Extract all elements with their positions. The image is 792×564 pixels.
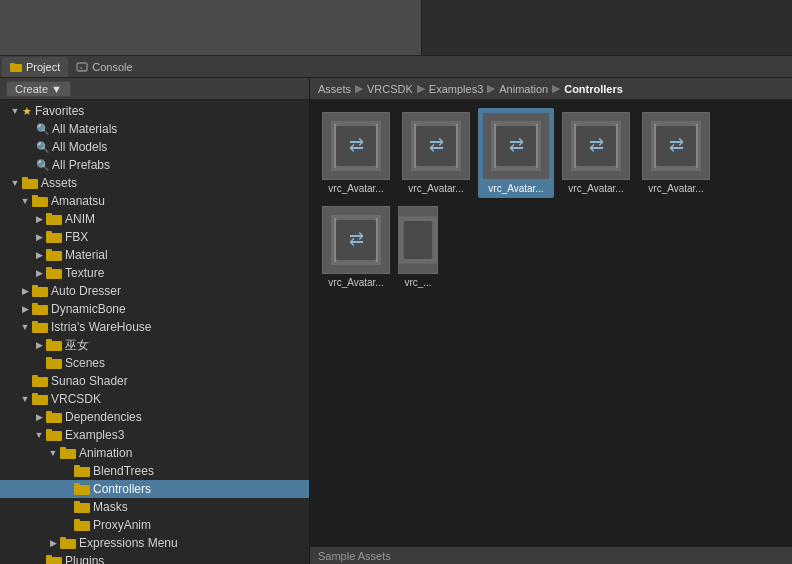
scenes-label: Scenes bbox=[65, 356, 105, 370]
svg-rect-35 bbox=[60, 447, 66, 451]
file-label-4: vrc_Avatar... bbox=[558, 183, 634, 194]
breadcrumb-assets[interactable]: Assets bbox=[318, 83, 351, 95]
file-label-2: vrc_Avatar... bbox=[398, 183, 474, 194]
svg-rect-80 bbox=[334, 218, 336, 262]
svg-rect-60 bbox=[414, 124, 416, 168]
svg-rect-76 bbox=[696, 124, 698, 168]
file-item-1[interactable]: ⇄ vrc_Avatar... bbox=[318, 108, 394, 198]
dynamicbone-folder-icon bbox=[32, 302, 48, 316]
scene-view bbox=[0, 0, 422, 55]
dynamicbone-label: DynamicBone bbox=[51, 302, 126, 316]
svg-rect-9 bbox=[46, 213, 52, 217]
breadcrumb-animation[interactable]: Animation bbox=[499, 83, 548, 95]
tab-project[interactable]: Project bbox=[2, 57, 68, 77]
fbx-item[interactable]: ▶ FBX bbox=[0, 228, 309, 246]
all-models-item[interactable]: 🔍 All Models bbox=[0, 138, 309, 156]
svg-rect-27 bbox=[32, 375, 38, 379]
file-item-2[interactable]: ⇄ vrc_Avatar... bbox=[398, 108, 474, 198]
controllers-label: Controllers bbox=[93, 482, 151, 496]
svg-rect-25 bbox=[46, 357, 52, 361]
sep2: ▶ bbox=[417, 82, 425, 95]
tab-console-label: Console bbox=[92, 61, 132, 73]
svg-rect-17 bbox=[32, 285, 38, 289]
svg-rect-39 bbox=[74, 483, 80, 487]
svg-rect-15 bbox=[46, 267, 52, 271]
file-item-4[interactable]: ⇄ vrc_Avatar... bbox=[558, 108, 634, 198]
file-thumb-4: ⇄ bbox=[562, 112, 630, 180]
texture-item[interactable]: ▶ Texture bbox=[0, 264, 309, 282]
favorites-header[interactable]: ▼ ★ Favorites bbox=[0, 102, 309, 120]
create-arrow: ▼ bbox=[51, 83, 62, 95]
svg-rect-23 bbox=[46, 339, 52, 343]
all-materials-item[interactable]: 🔍 All Materials bbox=[0, 120, 309, 138]
svg-text:⇄: ⇄ bbox=[429, 135, 444, 155]
tab-console[interactable]: >_ Console bbox=[68, 57, 140, 77]
svg-rect-66 bbox=[536, 124, 538, 168]
project-tree: ▼ ★ Favorites 🔍 All Materials 🔍 All Mode… bbox=[0, 100, 309, 564]
breadcrumb-controllers[interactable]: Controllers bbox=[564, 83, 623, 95]
miko-label: 巫女 bbox=[65, 337, 89, 354]
expressions-menu-item[interactable]: ▶ Expressions Menu bbox=[0, 534, 309, 552]
svg-text:>_: >_ bbox=[79, 65, 87, 71]
breadcrumb-examples3[interactable]: Examples3 bbox=[429, 83, 483, 95]
svg-text:⇄: ⇄ bbox=[509, 135, 524, 155]
plugins-folder-icon bbox=[46, 554, 62, 564]
animation-item[interactable]: ▼ Animation bbox=[0, 444, 309, 462]
svg-rect-70 bbox=[574, 124, 576, 168]
svg-rect-75 bbox=[654, 124, 656, 168]
amanatsu-item[interactable]: ▼ Amanatsu bbox=[0, 192, 309, 210]
auto-dresser-item[interactable]: ▶ Auto Dresser bbox=[0, 282, 309, 300]
main-content: Create ▼ ▼ ★ Favorites 🔍 All Materials bbox=[0, 78, 792, 564]
breadcrumb: Assets ▶ VRCSDK ▶ Examples3 ▶ Animation … bbox=[310, 78, 792, 100]
svg-rect-7 bbox=[32, 195, 38, 199]
favorites-label: Favorites bbox=[35, 104, 84, 118]
blendtrees-item[interactable]: BlendTrees bbox=[0, 462, 309, 480]
istrias-label: Istria's WareHouse bbox=[51, 320, 152, 334]
dependencies-folder-icon bbox=[46, 410, 62, 424]
file-label-6: vrc_Avatar... bbox=[318, 277, 394, 288]
file-label-5: vrc_Avatar... bbox=[638, 183, 714, 194]
scenes-item[interactable]: Scenes bbox=[0, 354, 309, 372]
svg-rect-37 bbox=[74, 465, 80, 469]
auto-dresser-label: Auto Dresser bbox=[51, 284, 121, 298]
svg-rect-81 bbox=[376, 218, 378, 262]
plugins-item[interactable]: Plugins bbox=[0, 552, 309, 564]
sep3: ▶ bbox=[487, 82, 495, 95]
breadcrumb-vrcsdk[interactable]: VRCSDK bbox=[367, 83, 413, 95]
assets-root[interactable]: ▼ Assets bbox=[0, 174, 309, 192]
search-icon-prefabs: 🔍 bbox=[36, 159, 50, 172]
proxyanim-item[interactable]: ProxyAnim bbox=[0, 516, 309, 534]
dynamicbone-item[interactable]: ▶ DynamicBone bbox=[0, 300, 309, 318]
material-item[interactable]: ▶ Material bbox=[0, 246, 309, 264]
fbx-label: FBX bbox=[65, 230, 88, 244]
scenes-folder-icon bbox=[46, 356, 62, 370]
anim-folder-icon bbox=[46, 212, 62, 226]
file-thumb-1: ⇄ bbox=[322, 112, 390, 180]
file-label-1: vrc_Avatar... bbox=[318, 183, 394, 194]
vrcsdk-item[interactable]: ▼ VRCSDK bbox=[0, 390, 309, 408]
all-prefabs-item[interactable]: 🔍 All Prefabs bbox=[0, 156, 309, 174]
svg-rect-61 bbox=[456, 124, 458, 168]
file-item-6[interactable]: ⇄ vrc_Avatar... bbox=[318, 202, 394, 292]
folder-icon bbox=[10, 61, 22, 73]
file-grid: ⇄ vrc_Avatar... ⇄ bbox=[310, 100, 792, 546]
file-item-5[interactable]: ⇄ vrc_Avatar... bbox=[638, 108, 714, 198]
proxyanim-folder-icon bbox=[74, 518, 90, 532]
anim-item[interactable]: ▶ ANIM bbox=[0, 210, 309, 228]
svg-text:⇄: ⇄ bbox=[589, 135, 604, 155]
controllers-item[interactable]: Controllers bbox=[0, 480, 309, 498]
sunao-item[interactable]: Sunao Shader bbox=[0, 372, 309, 390]
svg-rect-5 bbox=[22, 177, 28, 181]
istrias-item[interactable]: ▼ Istria's WareHouse bbox=[0, 318, 309, 336]
search-icon-models: 🔍 bbox=[36, 141, 50, 154]
dependencies-item[interactable]: ▶ Dependencies bbox=[0, 408, 309, 426]
istrias-folder-icon bbox=[32, 320, 48, 334]
file-item-7[interactable]: vrc_... bbox=[398, 202, 438, 292]
blendtrees-folder-icon bbox=[74, 464, 90, 478]
masks-item[interactable]: Masks bbox=[0, 498, 309, 516]
examples3-item[interactable]: ▼ Examples3 bbox=[0, 426, 309, 444]
file-item-3[interactable]: ⇄ vrc_Avatar... bbox=[478, 108, 554, 198]
create-button[interactable]: Create ▼ bbox=[6, 81, 71, 97]
miko-item[interactable]: ▶ 巫女 bbox=[0, 336, 309, 354]
svg-rect-56 bbox=[376, 124, 378, 168]
